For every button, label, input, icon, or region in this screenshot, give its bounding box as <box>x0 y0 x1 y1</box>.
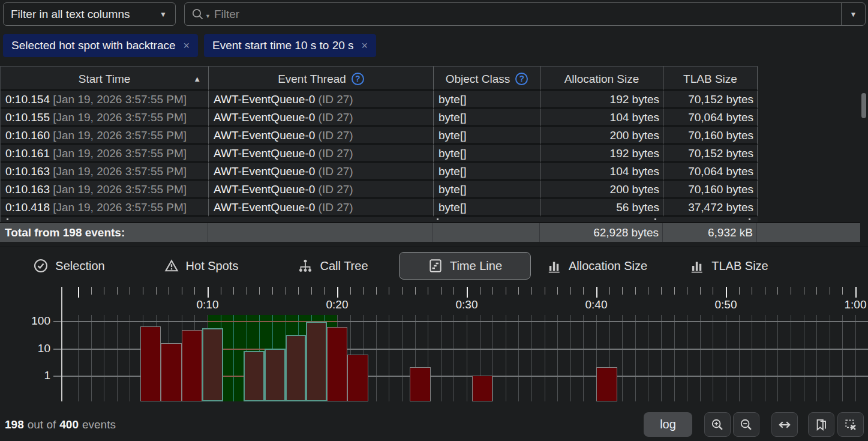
help-icon[interactable]: ? <box>515 73 528 85</box>
zoom-in-icon <box>711 418 724 431</box>
call-tree-icon <box>298 258 313 274</box>
grid-line-vertical <box>570 315 571 401</box>
filter-chip-time-range[interactable]: Event start time 10 s to 20 s × <box>204 34 376 57</box>
active-filter-chips: Selected hot spot with backtrace × Event… <box>3 34 376 57</box>
zoom-in-button[interactable] <box>704 412 731 437</box>
x-axis-label: 1:00 <box>836 298 868 311</box>
grid-line-vertical <box>557 315 558 401</box>
cell-object-class: byte[] <box>434 181 540 199</box>
tab-hot-spots[interactable]: Hot Spots <box>135 252 267 280</box>
x-axis-tick <box>221 287 221 295</box>
x-axis-tick <box>752 287 752 295</box>
timeline-bar[interactable] <box>596 367 617 401</box>
timeline-bar[interactable] <box>306 322 327 401</box>
tab-label: Time Line <box>450 259 502 273</box>
table-row[interactable]: 0:10.161 [Jan 19, 2026 3:57:55 PM] AWT-E… <box>0 145 758 163</box>
x-axis-tick <box>583 287 584 295</box>
cell-object-class: byte[] <box>434 163 540 181</box>
cell-event-thread: AWT-EventQueue-0 (ID 27) <box>209 181 434 199</box>
cell-tlab-size: 70,064 bytes <box>663 109 758 127</box>
sort-ascending-icon: ▲ <box>193 67 201 91</box>
x-axis-tick <box>441 287 441 295</box>
tab-allocation-size[interactable]: Allocation Size <box>531 252 663 280</box>
timeline-bar[interactable] <box>472 376 493 401</box>
x-axis-tick <box>104 287 104 295</box>
remove-filter-icon[interactable]: × <box>362 40 368 52</box>
column-header-allocation-size[interactable]: Allocation Size <box>540 66 663 91</box>
timeline-bar[interactable] <box>140 326 161 401</box>
timeline-bar[interactable] <box>265 349 286 402</box>
fit-to-window-button[interactable] <box>771 412 798 437</box>
cell-event-thread: AWT-EventQueue-0 (ID 27) <box>209 109 434 127</box>
search-input[interactable] <box>214 8 841 21</box>
search-options-caret-icon[interactable]: ▼ <box>205 13 211 19</box>
timeline-bar[interactable] <box>202 328 223 401</box>
cell-allocation-size: 192 bytes <box>540 145 663 163</box>
view-tabs: Selection Hot Spots Call Tree <box>3 252 867 280</box>
x-axis-tick <box>402 287 403 295</box>
x-axis-tick <box>570 287 571 295</box>
horizontal-fit-icon <box>777 418 792 431</box>
tab-selection[interactable]: Selection <box>3 252 135 280</box>
timeline-chart[interactable]: 1001010:100:200:300:400:501:00 <box>0 286 868 406</box>
column-header-start-time[interactable]: Start Time ▲ <box>1 66 209 91</box>
x-axis-tick <box>143 287 143 295</box>
grid-line-vertical <box>726 315 726 401</box>
table-row[interactable]: 0:10.154 [Jan 19, 2026 3:57:55 PM] AWT-E… <box>0 91 758 109</box>
tab-time-line[interactable]: Time Line <box>399 252 531 280</box>
total-allocation-size: 62,928 bytes <box>540 223 663 242</box>
table-row[interactable]: 0:10.163 [Jan 19, 2026 3:57:55 PM] AWT-E… <box>0 181 758 199</box>
x-axis-tick <box>726 287 727 298</box>
grid-line-vertical <box>830 315 830 401</box>
tab-label: Allocation Size <box>569 259 647 273</box>
zoom-out-button[interactable] <box>733 412 759 437</box>
remove-filter-icon[interactable]: × <box>184 40 190 52</box>
table-row[interactable]: 0:10.155 [Jan 19, 2026 3:57:55 PM] AWT-E… <box>0 109 758 127</box>
filter-chip-hot-spot[interactable]: Selected hot spot with backtrace × <box>3 34 198 57</box>
timeline-bar[interactable] <box>347 355 368 401</box>
x-axis-label: 0:20 <box>318 298 356 311</box>
table-row[interactable]: 0:10.418 [Jan 19, 2026 3:57:55 PM] AWT-E… <box>0 199 758 217</box>
vertical-scrollbar-thumb[interactable] <box>861 93 866 118</box>
column-header-tlab-size[interactable]: TLAB Size <box>663 66 758 91</box>
tab-label: Selection <box>55 259 104 273</box>
bar-chart-icon <box>546 258 562 274</box>
timeline-bar[interactable] <box>286 335 307 401</box>
tab-tlab-size[interactable]: TLAB Size <box>663 252 795 280</box>
x-axis-tick <box>648 287 648 295</box>
cell-event-thread: AWT-EventQueue-0 (ID 27) <box>209 199 434 217</box>
grid-line-vertical <box>635 315 636 401</box>
help-icon[interactable]: ? <box>352 73 364 85</box>
tab-call-tree[interactable]: Call Tree <box>267 252 399 280</box>
grid-line-vertical <box>739 315 740 401</box>
filter-search-field[interactable]: ▼ ▼ <box>184 2 866 26</box>
x-axis-tick <box>156 287 157 295</box>
cell-allocation-size: 56 bytes <box>540 199 663 217</box>
column-label: Allocation Size <box>564 73 639 85</box>
timeline-bar[interactable] <box>327 327 348 401</box>
table-row[interactable]: 0:10.163 [Jan 19, 2026 3:57:55 PM] AWT-E… <box>0 163 758 181</box>
column-header-object-class[interactable]: Object Class? <box>434 66 540 91</box>
x-axis-tick <box>545 287 545 295</box>
grid-line-vertical <box>531 315 532 401</box>
x-axis-tick <box>855 287 857 298</box>
total-cell-empty <box>208 223 433 242</box>
y-axis-line <box>61 287 62 401</box>
column-header-event-thread[interactable]: Event Thread? <box>209 66 434 91</box>
bookmark-button[interactable] <box>808 412 834 437</box>
search-history-dropdown[interactable]: ▼ <box>841 3 865 25</box>
x-axis-tick <box>117 287 118 295</box>
grid-line-vertical <box>777 315 778 401</box>
table-row[interactable]: 0:10.160 [Jan 19, 2026 3:57:55 PM] AWT-E… <box>0 127 758 145</box>
x-axis-label: 0:40 <box>577 298 615 311</box>
cell-event-thread: AWT-EventQueue-0 (ID 27) <box>209 163 434 181</box>
grid-line-vertical <box>752 315 752 401</box>
timeline-bar[interactable] <box>182 330 203 401</box>
timeline-bar[interactable] <box>161 343 182 401</box>
timeline-bar[interactable] <box>244 351 265 401</box>
timeline-bar[interactable] <box>410 367 431 401</box>
filter-column-selector[interactable]: Filter in all text columns ▼ <box>3 2 176 26</box>
log-scale-toggle-button[interactable]: log <box>644 412 692 437</box>
x-axis-tick <box>182 287 182 295</box>
clear-selection-button[interactable] <box>837 412 864 437</box>
